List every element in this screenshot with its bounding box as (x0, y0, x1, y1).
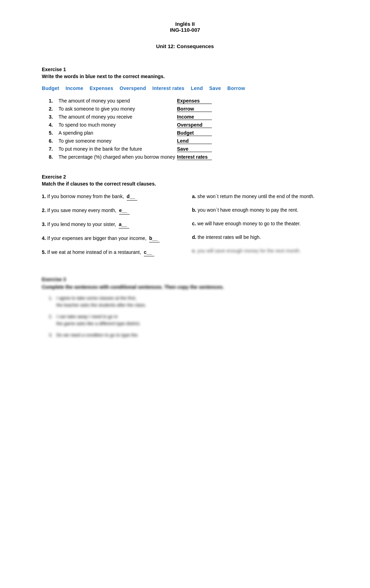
word-budget: Budget (42, 85, 59, 91)
left-item: 1. If you borrow money from the bank, d_… (42, 193, 178, 201)
list-item: 7. To put money in the bank for the futu… (49, 146, 328, 152)
word-save: Save (209, 85, 221, 91)
exercise1-section: Exercise 1 Write the words in blue next … (42, 67, 328, 160)
list-item: 5. A spending plan Budget (49, 130, 328, 136)
left-num: 1. (42, 194, 46, 199)
right-item: d. the interest rates will be high. (192, 234, 328, 241)
exercise2-instruction: Match the if clauses to the correct resu… (42, 181, 328, 187)
item-definition: A spending plan (59, 130, 177, 136)
item-definition: To spend too much money (59, 122, 177, 128)
item-answer: Lend (177, 138, 212, 144)
word-overspend: Overspend (120, 85, 146, 91)
list-item: 2. To ask someone to give you money Borr… (49, 106, 328, 112)
left-answer: a__ (119, 221, 129, 228)
item-num: 4. (49, 122, 59, 128)
left-item: 5. If we eat at home instead of in a res… (42, 249, 178, 256)
list-item: 4. To spend too much money Overspend (49, 122, 328, 128)
exercise3-section: Exercise 3 Complete the sentences with c… (42, 277, 328, 339)
exercise3-instruction: Complete the sentences with conditional … (42, 284, 328, 290)
left-item: 2. If you save money every month, e__ (42, 207, 178, 214)
left-answer: c__ (144, 249, 154, 256)
item-num: 7. (49, 146, 59, 152)
item-definition: To ask someone to give you money (59, 106, 177, 112)
exercise1-list: 1. The amount of money you spend Expense… (42, 98, 328, 160)
exercise3-item3: 3. Do we need a condition to go to type … (49, 332, 328, 339)
word-interest-rates: Interest rates (152, 85, 184, 91)
left-answer: e__ (119, 207, 130, 214)
exercise1-label: Exercise 1 (42, 67, 328, 72)
word-bank: Budget Income Expenses Overspend Interes… (42, 85, 328, 91)
item-definition: The amount of money you receive (59, 114, 177, 120)
exercise2-container: 1. If you borrow money from the bank, d_… (42, 193, 328, 263)
word-expenses: Expenses (90, 85, 113, 91)
right-letter: a. (192, 194, 196, 199)
right-letter: b. (192, 207, 196, 213)
unit-title: Unit 12: Consequences (42, 43, 328, 49)
item-num: 6. (49, 138, 59, 144)
exercise2-right-list: a. she won`t return the money until the … (192, 193, 328, 263)
exercise3-item2: 2. I can take away I need to go in the g… (49, 313, 328, 327)
exercise2-left-list: 1. If you borrow money from the bank, d_… (42, 193, 178, 263)
exercise3-label: Exercise 3 (42, 277, 328, 282)
left-item: 4. If your expenses are bigger than your… (42, 235, 178, 242)
word-lend: Lend (191, 85, 203, 91)
item-answer: Income (177, 114, 212, 120)
item-definition: The percentage (%) charged when you borr… (59, 154, 177, 160)
left-answer: b__ (149, 235, 160, 242)
word-borrow: Borrow (228, 85, 245, 91)
exercise3-item1: 1. I agree to take some classes at the f… (49, 295, 328, 308)
exercise1-instruction: Write the words in blue next to the corr… (42, 74, 328, 79)
item-num: 8. (49, 154, 59, 160)
word-income: Income (65, 85, 83, 91)
item-num: 2. (49, 106, 59, 112)
page-header: Inglés II ING-110-007 (42, 21, 328, 33)
right-item: c. we will have enough money to go to th… (192, 220, 328, 227)
item-answer: Interest rates (177, 154, 212, 160)
right-item: e. you will save enough money for the ne… (192, 247, 328, 255)
right-letter: e. (192, 248, 196, 254)
item-definition: The amount of money you spend (59, 98, 177, 104)
left-num: 4. (42, 235, 46, 241)
left-item: 3. If you lend money to your sister, a__ (42, 221, 178, 228)
item-num: 1. (49, 98, 59, 104)
right-item: a. she won`t return the money until the … (192, 193, 328, 200)
item-definition: To give someone money (59, 138, 177, 144)
left-answer: d__ (127, 193, 137, 201)
item-definition: To put money in the bank for the future (59, 146, 177, 152)
left-num: 2. (42, 208, 46, 213)
item-answer: Budget (177, 130, 212, 136)
course-title-line1: Inglés II (42, 21, 328, 27)
exercise2-label: Exercise 2 (42, 174, 328, 180)
list-item: 1. The amount of money you spend Expense… (49, 98, 328, 104)
item-answer: Expenses (177, 98, 212, 104)
right-letter: d. (192, 234, 196, 240)
left-num: 3. (42, 221, 46, 227)
right-letter: c. (192, 221, 196, 226)
exercise2-section: Exercise 2 Match the if clauses to the c… (42, 174, 328, 263)
right-item: b. you won`t have enough money to pay th… (192, 206, 328, 214)
item-num: 5. (49, 130, 59, 136)
item-answer: Borrow (177, 106, 212, 112)
list-item: 8. The percentage (%) charged when you b… (49, 154, 328, 160)
list-item: 3. The amount of money you receive Incom… (49, 114, 328, 120)
course-title-line2: ING-110-007 (42, 27, 328, 33)
item-answer: Overspend (177, 122, 212, 128)
list-item: 6. To give someone money Lend (49, 138, 328, 144)
item-num: 3. (49, 114, 59, 120)
left-num: 5. (42, 249, 46, 255)
item-answer: Save (177, 146, 212, 152)
